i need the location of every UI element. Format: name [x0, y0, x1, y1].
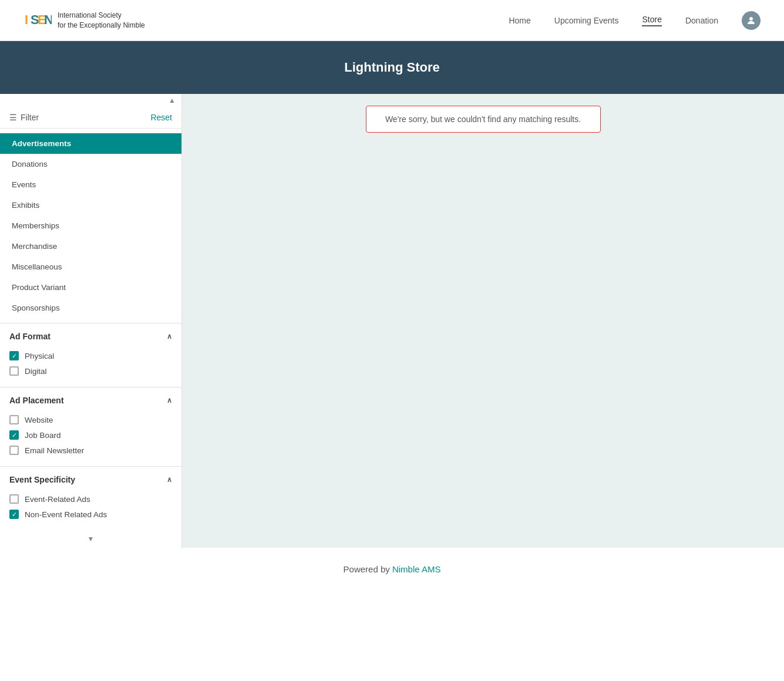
svg-text:N: N — [44, 12, 52, 27]
category-item-events[interactable]: Events — [0, 174, 181, 195]
no-results-text: We're sorry, but we couldn't find any ma… — [385, 114, 581, 124]
ad-format-chevron: ∧ — [167, 332, 172, 340]
content-area: We're sorry, but we couldn't find any ma… — [182, 94, 784, 548]
nav: Home Upcoming Events Store Donation — [509, 11, 761, 30]
nav-store[interactable]: Store — [642, 15, 661, 26]
ad-format-title: Ad Format — [9, 332, 51, 341]
filter-label: ☰ Filter — [9, 113, 39, 122]
svg-point-4 — [749, 17, 753, 21]
powered-by-text: Powered by — [344, 564, 390, 574]
scroll-up-arrow: ▲ — [169, 96, 176, 104]
ad-format-section: Ad Format ∧ ✓ Physical Digital — [0, 323, 181, 387]
filter-text: Filter — [21, 113, 39, 122]
filter-header: ☰ Filter Reset — [0, 107, 181, 129]
filter-option-email-newsletter[interactable]: Email Newsletter — [9, 443, 172, 458]
label-physical: Physical — [25, 352, 54, 360]
checkbox-digital[interactable] — [9, 366, 19, 376]
label-digital: Digital — [25, 367, 47, 376]
category-item-miscellaneous[interactable]: Miscellaneous — [0, 257, 181, 277]
logo-area: I S E N International Society for the Ex… — [23, 6, 145, 35]
svg-text:I: I — [25, 12, 28, 27]
filter-option-digital[interactable]: Digital — [9, 363, 172, 379]
label-website: Website — [25, 416, 53, 424]
event-specificity-section: Event Specificity ∧ Event-Related Ads ✓ … — [0, 466, 181, 530]
filter-option-job-board[interactable]: ✓ Job Board — [9, 427, 172, 443]
footer: Powered by Nimble AMS — [0, 548, 784, 586]
category-item-merchandise[interactable]: Merchandise — [0, 236, 181, 257]
hero-title: Lightning Store — [344, 60, 440, 75]
org-name: International Society for the Exceptiona… — [58, 11, 145, 31]
nav-donation[interactable]: Donation — [685, 16, 718, 25]
scroll-down-arrow: ▼ — [88, 535, 95, 543]
filter-option-event-related-ads[interactable]: Event-Related Ads — [9, 491, 172, 507]
filter-icon: ☰ — [9, 113, 17, 122]
nav-upcoming-events[interactable]: Upcoming Events — [554, 16, 619, 25]
nav-home[interactable]: Home — [509, 16, 530, 25]
no-results-box: We're sorry, but we couldn't find any ma… — [366, 106, 601, 133]
category-item-exhibits[interactable]: Exhibits — [0, 195, 181, 215]
checkbox-email-newsletter[interactable] — [9, 446, 19, 455]
main-layout: ▲ ☰ Filter Reset Advertisements Donation… — [0, 94, 784, 548]
label-email-newsletter: Email Newsletter — [25, 446, 84, 455]
checkbox-physical[interactable]: ✓ — [9, 351, 19, 360]
ad-placement-header[interactable]: Ad Placement ∧ — [9, 396, 172, 405]
category-item-product-variant[interactable]: Product Variant — [0, 277, 181, 298]
ad-format-header[interactable]: Ad Format ∧ — [9, 332, 172, 341]
scroll-indicator-top: ▲ — [0, 94, 181, 107]
label-non-event-related-ads: Non-Event Related Ads — [25, 510, 107, 519]
event-specificity-chevron: ∧ — [167, 476, 172, 484]
scroll-indicator-bottom: ▼ — [0, 530, 181, 548]
checkbox-job-board[interactable]: ✓ — [9, 430, 19, 440]
ad-placement-section: Ad Placement ∧ Website ✓ Job Board Email… — [0, 387, 181, 466]
checkbox-website[interactable] — [9, 415, 19, 424]
header: I S E N International Society for the Ex… — [0, 0, 784, 41]
filter-option-physical[interactable]: ✓ Physical — [9, 348, 172, 363]
checkbox-non-event-related-ads[interactable]: ✓ — [9, 510, 19, 519]
label-event-related-ads: Event-Related Ads — [25, 495, 90, 504]
sidebar: ▲ ☰ Filter Reset Advertisements Donation… — [0, 94, 182, 548]
logo-icon: I S E N — [23, 6, 52, 35]
filter-option-non-event-related-ads[interactable]: ✓ Non-Event Related Ads — [9, 507, 172, 522]
label-job-board: Job Board — [25, 431, 61, 440]
event-specificity-header[interactable]: Event Specificity ∧ — [9, 475, 172, 484]
nimble-ams-text: Nimble AMS — [392, 564, 441, 574]
event-specificity-title: Event Specificity — [9, 475, 75, 484]
checkbox-event-related-ads[interactable] — [9, 494, 19, 504]
ad-placement-title: Ad Placement — [9, 396, 64, 405]
reset-button[interactable]: Reset — [150, 113, 172, 122]
ad-placement-chevron: ∧ — [167, 396, 172, 404]
hero-banner: Lightning Store — [0, 41, 784, 94]
category-item-memberships[interactable]: Memberships — [0, 215, 181, 236]
category-item-sponsorships[interactable]: Sponsorships — [0, 298, 181, 318]
category-item-advertisements[interactable]: Advertisements — [0, 133, 181, 154]
category-item-donations[interactable]: Donations — [0, 154, 181, 174]
category-list: Advertisements Donations Events Exhibits… — [0, 133, 181, 318]
filter-option-website[interactable]: Website — [9, 412, 172, 427]
user-avatar[interactable] — [742, 11, 761, 30]
